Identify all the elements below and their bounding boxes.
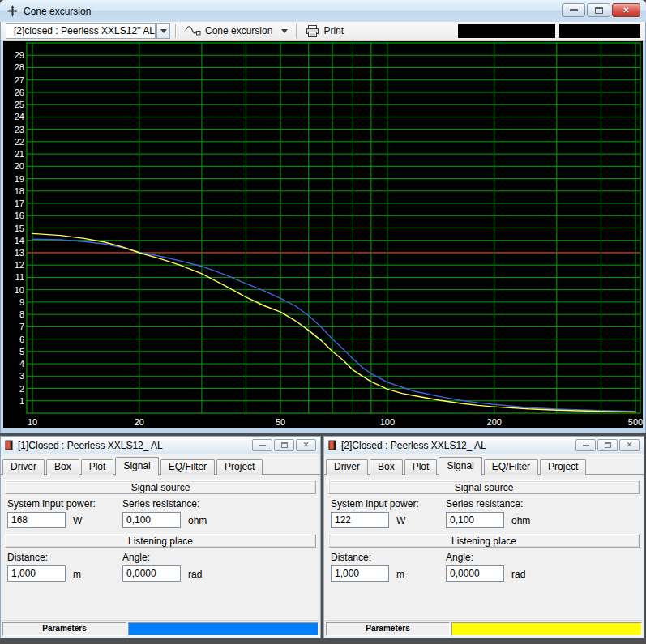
y-axis-label: 19 bbox=[15, 174, 24, 184]
parameters-status[interactable]: Parameters bbox=[326, 622, 450, 636]
minimize-icon bbox=[583, 445, 589, 446]
angle-label: Angle: bbox=[446, 552, 608, 563]
tab-plot[interactable]: Plot bbox=[404, 459, 438, 475]
close-button[interactable] bbox=[296, 439, 316, 451]
tab-bar: Driver Box Plot Signal EQ/Filter Project bbox=[324, 454, 644, 475]
print-button[interactable]: Print bbox=[302, 23, 347, 39]
tab-signal[interactable]: Signal bbox=[115, 457, 158, 476]
close-button[interactable] bbox=[612, 3, 640, 17]
project-door-icon bbox=[5, 440, 13, 450]
minimize-button[interactable] bbox=[562, 3, 585, 17]
minimize-button[interactable] bbox=[252, 439, 272, 451]
tab-plot[interactable]: Plot bbox=[81, 459, 114, 475]
system-select-dropdown-button[interactable] bbox=[156, 23, 170, 39]
status-separator bbox=[2, 620, 319, 621]
resistance-label: Series resistance: bbox=[446, 498, 608, 510]
tab-box[interactable]: Box bbox=[46, 459, 79, 475]
y-axis-label: 17 bbox=[15, 198, 24, 208]
y-axis-label: 1 bbox=[19, 396, 24, 406]
distance-unit: m bbox=[396, 569, 404, 582]
tab-bar: Driver Box Plot Signal EQ/Filter Project bbox=[1, 454, 320, 475]
y-axis-label: 18 bbox=[15, 186, 24, 196]
distance-input[interactable] bbox=[7, 565, 66, 582]
angle-input[interactable] bbox=[446, 565, 504, 582]
tab-box[interactable]: Box bbox=[370, 459, 403, 475]
minimize-button[interactable] bbox=[575, 439, 596, 451]
power-input[interactable] bbox=[7, 512, 66, 528]
restore-icon bbox=[281, 442, 288, 448]
maximize-button[interactable] bbox=[587, 3, 610, 17]
x-axis-label: 50 bbox=[276, 417, 285, 427]
y-axis-label: 6 bbox=[19, 335, 24, 344]
angle-input[interactable] bbox=[122, 565, 181, 582]
distance-label: Distance: bbox=[7, 552, 122, 563]
resistance-input[interactable] bbox=[446, 512, 504, 528]
status-bar: Parameters bbox=[2, 622, 319, 636]
titlebar[interactable]: [1]Closed : Peerless XXLS12_ AL bbox=[1, 437, 320, 454]
project-door-icon bbox=[328, 440, 336, 450]
toolbar-display-panel-2 bbox=[558, 23, 641, 39]
signal-source-header: Signal source bbox=[328, 480, 640, 494]
x-axis-label: 100 bbox=[380, 417, 395, 427]
parameters-status[interactable]: Parameters bbox=[2, 622, 126, 636]
y-axis-label: 22 bbox=[15, 137, 24, 147]
resistance-input[interactable] bbox=[122, 512, 181, 528]
listening-place-header: Listening place bbox=[5, 534, 316, 548]
y-axis-label: 28 bbox=[15, 62, 24, 72]
distance-input[interactable] bbox=[331, 565, 389, 582]
window-title: Cone excursion bbox=[24, 6, 91, 17]
window-title: [1]Closed : Peerless XXLS12_ AL bbox=[18, 440, 163, 451]
y-axis-label: 29 bbox=[15, 50, 24, 60]
excursion-curve-system2 bbox=[32, 233, 635, 412]
tab-eq-filter[interactable]: EQ/Filter bbox=[160, 459, 215, 475]
system2-window: [2]Closed : Peerless XXLS12_ AL Driver B… bbox=[323, 436, 644, 638]
y-axis-label: 4 bbox=[19, 359, 24, 369]
x-axis-label: 200 bbox=[487, 417, 502, 427]
tab-driver[interactable]: Driver bbox=[2, 459, 45, 475]
power-input[interactable] bbox=[331, 512, 389, 528]
chevron-down-icon bbox=[160, 29, 167, 33]
graph-type-value: Cone excursion bbox=[205, 25, 272, 36]
restore-button[interactable] bbox=[597, 439, 618, 451]
tab-project[interactable]: Project bbox=[540, 459, 586, 475]
cone-excursion-icon bbox=[6, 5, 19, 17]
status-bar: Parameters bbox=[326, 622, 642, 636]
y-axis-label: 5 bbox=[19, 347, 24, 356]
y-axis-label: 24 bbox=[15, 112, 24, 122]
distance-unit: m bbox=[73, 569, 81, 582]
resistance-label: Series resistance: bbox=[122, 498, 284, 510]
y-axis-label: 15 bbox=[15, 224, 24, 233]
resistance-unit: ohm bbox=[511, 515, 530, 528]
restore-button[interactable] bbox=[274, 439, 294, 451]
waveform-icon bbox=[185, 26, 201, 36]
maximize-icon bbox=[595, 7, 603, 14]
y-axis-label: 11 bbox=[15, 272, 24, 282]
system-select-combo[interactable]: [2]closed : Peerless XXLS12'' AL bbox=[6, 23, 156, 39]
signal-source-header: Signal source bbox=[5, 480, 316, 494]
excursion-chart: 1234567891011121314151617181920212223242… bbox=[3, 41, 643, 428]
toolbar-separator bbox=[175, 24, 177, 38]
angle-unit: rad bbox=[511, 569, 525, 582]
y-axis-label: 7 bbox=[19, 322, 24, 331]
close-button[interactable] bbox=[619, 439, 640, 451]
y-axis-label: 2 bbox=[19, 384, 24, 394]
restore-icon bbox=[605, 442, 611, 448]
plot-area: 1234567891011121314151617181920212223242… bbox=[3, 41, 643, 428]
minimize-icon bbox=[259, 445, 266, 446]
tab-driver[interactable]: Driver bbox=[326, 459, 368, 475]
y-axis-label: 20 bbox=[15, 161, 24, 171]
y-axis-label: 12 bbox=[15, 260, 24, 270]
toolbar: [2]closed : Peerless XXLS12'' AL Cone ex… bbox=[1, 22, 645, 41]
print-label: Print bbox=[323, 25, 344, 36]
printer-icon bbox=[306, 25, 319, 37]
tab-signal[interactable]: Signal bbox=[439, 457, 481, 476]
graph-type-combo[interactable]: Cone excursion bbox=[182, 23, 291, 39]
tab-project[interactable]: Project bbox=[216, 459, 263, 475]
listening-place-header: Listening place bbox=[328, 534, 640, 548]
tab-eq-filter[interactable]: EQ/Filter bbox=[484, 459, 538, 475]
power-unit: W bbox=[396, 515, 405, 528]
titlebar[interactable]: Cone excursion bbox=[0, 0, 646, 22]
angle-label: Angle: bbox=[122, 552, 284, 563]
titlebar[interactable]: [2]Closed : Peerless XXLS12_ AL bbox=[324, 437, 644, 454]
y-axis-label: 10 bbox=[15, 285, 24, 295]
